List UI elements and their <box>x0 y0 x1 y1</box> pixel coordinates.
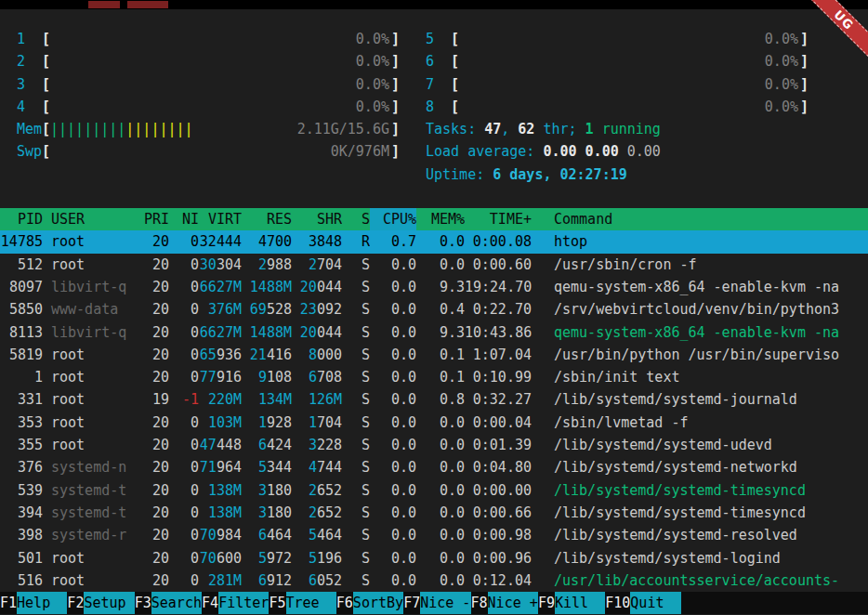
tab-stub <box>127 1 168 8</box>
cpu-meter-value: 0.0% <box>765 50 798 72</box>
column-header-user[interactable]: USER <box>43 208 131 230</box>
cpu-meter-3: 3[0.0%] <box>17 73 400 96</box>
process-row[interactable]: 394systemd-t200138M31802652S0.00.00:00.6… <box>0 502 868 524</box>
cpu-meter-2: 2[0.0%] <box>17 50 400 72</box>
function-key-f9[interactable]: F9Kill <box>538 592 605 614</box>
column-header-s[interactable]: S <box>342 208 370 230</box>
meter-bracket: [ <box>42 50 50 72</box>
cell-shr: 1704 <box>292 412 342 434</box>
cell-shr: 4744 <box>292 456 342 478</box>
function-key-f1[interactable]: F1Help <box>0 592 67 614</box>
column-header-res[interactable]: RES <box>242 208 292 230</box>
function-key-name: F7 <box>403 592 420 614</box>
cpu-meter-body: 0.0% <box>50 96 391 118</box>
cell-virt: 77916 <box>199 366 242 388</box>
cell-shr: 2652 <box>292 502 342 524</box>
process-row[interactable]: 539systemd-t200138M31802652S0.00.00:00.0… <box>0 479 868 502</box>
column-header-time[interactable]: TIME+ <box>465 208 532 230</box>
column-header-cpu[interactable]: CPU% <box>370 208 416 230</box>
column-header-pid[interactable]: PID <box>0 208 43 230</box>
cell-nice: 0 <box>169 230 199 253</box>
process-row[interactable]: 501root2007060059725196S0.00.00:00.96/li… <box>0 547 868 569</box>
process-row[interactable]: 355root2004744864243228S0.00.00:01.39/li… <box>0 434 868 456</box>
process-row[interactable]: 353root200103M19281704S0.00.00:00.04/sbi… <box>0 412 868 434</box>
cpu-meter-body: 0.0% <box>50 73 391 96</box>
cell-virt: 103M <box>199 412 242 434</box>
cell-command: /usr/sbin/cron -f <box>532 254 868 276</box>
function-key-f5[interactable]: F5Tree <box>269 592 335 614</box>
cell-command: /usr/bin/python /usr/bin/superviso <box>532 344 868 366</box>
cell-nice: 0 <box>169 569 199 592</box>
process-row[interactable]: 516root200281M69126052S0.00.00:12.04/usr… <box>0 569 868 592</box>
cpu-meter-label: 8 <box>426 96 451 118</box>
cell-shr: 3228 <box>292 434 342 456</box>
function-key-name: F10 <box>605 592 630 614</box>
cell-cpu-percent: 0.0 <box>370 276 416 298</box>
cpu-meter-label: 5 <box>426 28 451 50</box>
function-key-f2[interactable]: F2Setup <box>67 592 134 614</box>
cell-virt: 6627M <box>199 276 242 298</box>
cell-user: libvirt-q <box>43 321 131 344</box>
cell-shr: 6052 <box>292 569 342 592</box>
cpu-meter-value: 0.0% <box>765 96 798 118</box>
process-row[interactable]: 8113libvirt-q2006627M1488M20044S0.09.310… <box>0 321 868 344</box>
function-key-name: F6 <box>336 592 353 614</box>
process-row[interactable]: 5850www-data200376M6952823092S0.00.40:22… <box>0 298 868 321</box>
meter-bracket: [ <box>42 73 50 96</box>
meter-bracket: ] <box>800 96 809 118</box>
cell-time: 19:24.70 <box>465 276 532 298</box>
tasks-label: Tasks: <box>426 118 484 140</box>
function-key-f7[interactable]: F7Nice - <box>403 592 470 614</box>
meter-column-left: 1[0.0%]2[0.0%]3[0.0%]4[0.0%] Mem[|||||||… <box>17 28 400 186</box>
cell-pid: 8113 <box>0 321 43 344</box>
cell-priority: 20 <box>131 344 169 366</box>
function-key-name: F5 <box>269 592 285 614</box>
cell-nice: 0 <box>169 502 199 524</box>
meter-bracket: ] <box>391 50 400 72</box>
column-header-cmd[interactable]: Command <box>532 208 868 230</box>
load-fifteen: 0.00 <box>627 140 661 163</box>
cpu-meter-body: 0.0% <box>459 28 800 50</box>
cell-shr: 126M <box>292 388 342 411</box>
cpu-meter-value: 0.0% <box>765 73 798 96</box>
cell-time: 0:10.99 <box>465 366 532 388</box>
function-key-f10[interactable]: F10Quit <box>605 592 680 614</box>
cell-time: 0:12.04 <box>465 569 532 592</box>
cpu-meter-label: 6 <box>426 50 451 72</box>
load-one: 0.00 <box>543 140 585 163</box>
cell-state: S <box>342 388 370 411</box>
cell-mem-percent: 0.8 <box>416 388 465 411</box>
cell-nice: 0 <box>169 524 199 546</box>
meter-bracket: ] <box>391 96 400 118</box>
process-row[interactable]: 14785root2003244447003848R0.70.00:00.08h… <box>0 230 868 253</box>
cell-time: 0:00.66 <box>465 502 532 524</box>
cpu-meter-body: 0.0% <box>50 28 391 50</box>
function-key-f8[interactable]: F8Nice + <box>471 592 538 614</box>
cell-virt: 71964 <box>199 456 242 478</box>
cell-user: root <box>43 388 131 411</box>
process-row[interactable]: 5819root20065936214168000S0.00.11:07.04/… <box>0 344 868 366</box>
column-header-shr[interactable]: SHR <box>292 208 342 230</box>
column-header-ni[interactable]: NI <box>169 208 199 230</box>
process-row[interactable]: 376systemd-n2007196453444744S0.00.00:04.… <box>0 456 868 478</box>
column-header-pri[interactable]: PRI <box>131 208 169 230</box>
function-key-f6[interactable]: F6SortBy <box>336 592 403 614</box>
process-row[interactable]: 1root2007791691086708S0.00.10:10.99/sbin… <box>0 366 868 388</box>
cell-mem-percent: 0.1 <box>416 344 465 366</box>
meter-bracket: ] <box>391 118 400 140</box>
process-row[interactable]: 8097libvirt-q2006627M1488M20044S0.09.319… <box>0 276 868 298</box>
function-key-f3[interactable]: F3Search <box>135 592 202 614</box>
mem-meter-label: Mem <box>17 118 42 140</box>
cell-pid: 394 <box>0 502 43 524</box>
cell-shr: 8000 <box>292 344 342 366</box>
process-row[interactable]: 331root19-1220M134M126MS0.00.80:32.27/li… <box>0 388 868 411</box>
column-header-mem[interactable]: MEM% <box>416 208 465 230</box>
process-row[interactable]: 398systemd-r2007098464645464S0.00.00:00.… <box>0 524 868 546</box>
cell-pid: 355 <box>0 434 43 456</box>
column-header-virt[interactable]: VIRT <box>199 208 242 230</box>
process-row[interactable]: 512root2003030429882704S0.00.00:00.60/us… <box>0 254 868 276</box>
cell-time: 0:04.80 <box>465 456 532 478</box>
cell-priority: 20 <box>131 479 169 502</box>
function-key-f4[interactable]: F4Filter <box>202 592 269 614</box>
meter-column-right: 5[0.0%]6[0.0%]7[0.0%]8[0.0%] Tasks: 47, … <box>426 28 809 186</box>
